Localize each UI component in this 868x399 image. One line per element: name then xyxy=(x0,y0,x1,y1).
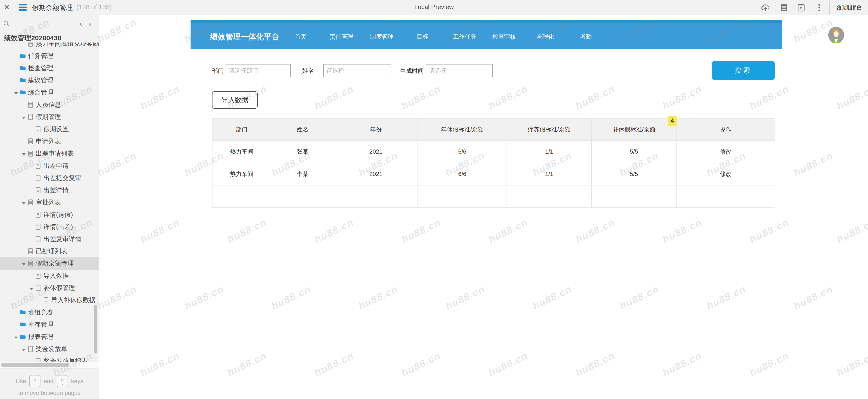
watermark-text: hu88.cn xyxy=(575,216,616,246)
expand-arrow-icon[interactable] xyxy=(28,284,35,291)
filter-label-姓名: 姓名 xyxy=(302,67,314,75)
nav-menu-item-考勤[interactable]: 考勤 xyxy=(580,20,592,51)
watermark-text: hu88.cn xyxy=(793,16,834,46)
tree-item-任务管理[interactable]: 任务管理 xyxy=(0,50,99,62)
tree-item-详情(请假)[interactable]: 详情(请假) xyxy=(0,208,99,221)
nav-menu-item-首页[interactable]: 首页 xyxy=(295,20,307,51)
filter-input-部门[interactable] xyxy=(225,64,291,77)
nav-menu-item-检查审核[interactable]: 检查审核 xyxy=(492,20,516,51)
tree-item-假期设置[interactable]: 假期设置 xyxy=(0,123,99,135)
table-cell: 2021 xyxy=(334,140,418,163)
table-cell: 6/6 xyxy=(418,140,507,163)
watermark-text: hu88.cn xyxy=(706,283,747,312)
watermark-text: hu88.cn xyxy=(749,349,790,379)
search-icon[interactable] xyxy=(3,20,10,27)
more-kebab-icon[interactable] xyxy=(818,3,820,12)
nav-menu-item-制度管理[interactable]: 制度管理 xyxy=(370,20,394,51)
table-header-操作: 操作 xyxy=(676,118,775,140)
tree-item-综合管理[interactable]: 综合管理 xyxy=(0,86,99,98)
nav-menu-item-责任管理[interactable]: 责任管理 xyxy=(330,20,353,51)
watermark-text: hu88.cn xyxy=(532,283,573,312)
tree-item-假期管理[interactable]: 假期管理 xyxy=(0,111,99,123)
console-icon[interactable] xyxy=(779,3,788,12)
sidebar-footer-hint: Use <, and >. keys to move between pages xyxy=(0,375,99,397)
search-button[interactable]: 搜索 xyxy=(712,61,775,80)
tree-item-审批列表[interactable]: 审批列表 xyxy=(0,196,99,208)
nav-menu-item-工作任务[interactable]: 工作任务 xyxy=(453,20,476,51)
axure-logo-x: x xyxy=(842,2,847,12)
watermark-text: hu88.cn xyxy=(662,349,703,379)
expand-arrow-icon[interactable] xyxy=(20,113,28,120)
username[interactable]: admin xyxy=(862,20,868,51)
watermark-text: hu88.cn xyxy=(313,216,355,246)
nav-menu-item-合理化[interactable]: 合理化 xyxy=(536,20,554,51)
watermark-text: hu88.cn xyxy=(226,216,268,246)
hint-text: Use xyxy=(16,378,26,385)
table-cell: 2021 xyxy=(334,163,418,185)
watermark-text: hu88.cn xyxy=(488,349,529,379)
table-header-年休假标准/余额: 年休假标准/余额 xyxy=(418,118,507,140)
tree-item-报表管理[interactable]: 报表管理 xyxy=(0,331,99,343)
modify-link[interactable]: 修改 xyxy=(676,163,775,185)
tree-item-出差申请[interactable]: 出差申请 xyxy=(0,160,99,172)
tree-item-导入补休假数据[interactable]: 导入补休假数据 xyxy=(0,294,99,306)
tree-item-热力车间班组兑现奖励[interactable]: 热力车间班组兑现奖励 xyxy=(0,42,99,50)
avatar[interactable] xyxy=(828,27,844,43)
tree-item-补休假管理[interactable]: 补休假管理 xyxy=(0,282,99,294)
navbar-top-strip xyxy=(191,20,782,23)
folder-icon xyxy=(20,322,26,327)
sidebar-horizontal-scrollbar[interactable] xyxy=(1,363,69,367)
table-cell: 1/1 xyxy=(507,140,592,163)
sidebar-vertical-scrollbar[interactable] xyxy=(94,305,97,353)
footnote-badge[interactable]: 4 xyxy=(668,116,677,126)
expand-arrow-icon[interactable] xyxy=(20,345,28,353)
import-data-button[interactable]: 导入数据 xyxy=(212,91,258,109)
tree-item-出差提交复审[interactable]: 出差提交复审 xyxy=(0,172,99,184)
tree-item-出差详情[interactable]: 出差详情 xyxy=(0,184,99,196)
expand-arrow-icon[interactable] xyxy=(20,150,28,157)
tree-item-label: 补休假管理 xyxy=(43,282,75,294)
filter-label-部门: 部门 xyxy=(212,67,224,75)
next-page-icon[interactable]: › xyxy=(89,20,91,27)
table-header-年份: 年份 xyxy=(334,118,418,140)
tree-item-库存管理[interactable]: 库存管理 xyxy=(0,318,99,331)
tree-item-详情(出差)[interactable]: 详情(出差) xyxy=(0,221,99,233)
tree-item-建议管理[interactable]: 建议管理 xyxy=(0,74,99,86)
tree-item-检查管理[interactable]: 检查管理 xyxy=(0,62,99,74)
tree-item-奖金发放单[interactable]: 奖金发放单 xyxy=(0,343,99,355)
expand-arrow-icon[interactable] xyxy=(20,199,28,206)
nav-menu-item-目标[interactable]: 目标 xyxy=(416,20,428,51)
filter-input-生成时间[interactable] xyxy=(426,64,493,77)
watermark-text: hu88.cn xyxy=(488,216,529,246)
variables-icon[interactable]: x xyxy=(797,3,806,12)
watermark-text: hu88.cn xyxy=(488,83,529,112)
table-header-疗养假标准/余额: 疗养假标准/余额 xyxy=(507,118,592,140)
tree-item-导入数据[interactable]: 导入数据 xyxy=(0,269,99,282)
tree-item-假期余额管理[interactable]: 假期余额管理 xyxy=(0,257,99,269)
table-cell xyxy=(271,185,334,208)
tree-item-出差复审详情[interactable]: 出差复审详情 xyxy=(0,233,99,245)
page-icon xyxy=(28,151,33,156)
filter-input-姓名[interactable] xyxy=(323,64,391,77)
tree-item-班组竞赛[interactable]: 班组竞赛 xyxy=(0,306,99,318)
page-icon xyxy=(35,212,41,218)
tree-item-label: 库存管理 xyxy=(28,318,53,331)
expand-arrow-icon[interactable] xyxy=(12,333,20,340)
expand-arrow-icon[interactable] xyxy=(20,260,28,267)
tree-item-申请列表[interactable]: 申请列表 xyxy=(0,135,99,147)
page-icon xyxy=(35,273,41,279)
watermark-text: hu88.cn xyxy=(184,283,225,312)
modify-link[interactable]: 修改 xyxy=(676,140,775,163)
publish-cloud-icon[interactable] xyxy=(761,3,770,12)
page-icon xyxy=(28,200,33,205)
expand-arrow-icon[interactable] xyxy=(12,89,20,96)
tree-item-已处理列表[interactable]: 已处理列表 xyxy=(0,245,99,257)
tree-item-出差申请列表[interactable]: 出差申请列表 xyxy=(0,147,99,160)
filter-label-生成时间: 生成时间 xyxy=(400,67,424,75)
watermark-text: hu88.cn xyxy=(401,83,442,112)
prev-page-icon[interactable]: ‹ xyxy=(80,20,82,27)
page-icon xyxy=(28,114,33,120)
page-icon xyxy=(28,346,33,352)
folder-icon xyxy=(20,309,26,315)
tree-item-人员信息[interactable]: 人员信息 xyxy=(0,98,99,111)
